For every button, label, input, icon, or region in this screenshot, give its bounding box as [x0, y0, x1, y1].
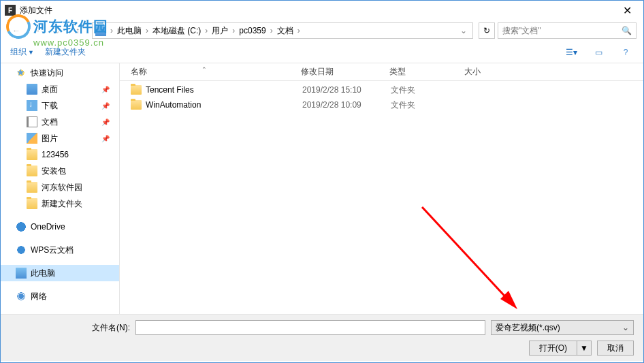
sidebar-label: 图片 [42, 133, 58, 144]
column-header-type[interactable]: 类型 [385, 63, 460, 80]
pin-icon: 📌 [101, 102, 110, 110]
onedrive-icon [16, 221, 27, 232]
address-bar[interactable]: › 此电脑 › 本地磁盘 (C:) › 用户 › pc0359 › 文档 › ⌄ [92, 22, 473, 39]
sidebar-label: WPS云文档 [31, 244, 74, 256]
chevron-down-icon: ▼ [28, 49, 34, 56]
sidebar-label: 文档 [42, 116, 58, 128]
file-row[interactable]: Tencent Files 2019/2/28 15:10 文件夹 [120, 82, 643, 97]
breadcrumb-item[interactable]: 文档 [274, 25, 296, 37]
sidebar-item-folder[interactable]: 安装包 [1, 163, 119, 179]
dialog-body: 快速访问 桌面📌 下载📌 文档📌 图片📌 123456 安装包 河东软件园 新建… [1, 63, 643, 314]
column-header-size[interactable]: 大小 [460, 63, 515, 80]
toolbar: 组织 ▼ 新建文件夹 ☰▾ ▭ ? [1, 42, 643, 63]
sidebar-label: 此电脑 [31, 268, 55, 279]
chevron-right-icon[interactable]: › [296, 26, 302, 35]
sidebar-label: 新建文件夹 [42, 198, 82, 210]
pc-icon [16, 268, 27, 279]
sidebar-label: 安装包 [42, 165, 66, 177]
sidebar-item-documents[interactable]: 文档📌 [1, 114, 119, 130]
filename-input[interactable] [135, 320, 485, 335]
star-icon [16, 67, 27, 78]
chevron-right-icon[interactable]: › [231, 26, 236, 35]
sidebar-item-onedrive[interactable]: OneDrive [1, 219, 119, 235]
nav-bar: ← → ⌄ ↑ › 此电脑 › 本地磁盘 (C:) › 用户 › pc0359 … [1, 20, 643, 42]
file-list[interactable]: Tencent Files 2019/2/28 15:10 文件夹 WinAut… [120, 81, 643, 314]
sidebar-item-folder[interactable]: 河东软件园 [1, 179, 119, 195]
file-name: Tencent Files [146, 85, 302, 95]
search-box[interactable]: 🔍 [498, 22, 637, 39]
sort-indicator-icon: ⌃ [202, 66, 207, 73]
file-name: WinAutomation [146, 100, 302, 110]
breadcrumb-item[interactable]: 此电脑 [114, 25, 144, 37]
app-icon: F [5, 5, 16, 16]
sidebar-item-pictures[interactable]: 图片📌 [1, 130, 119, 146]
sidebar-item-folder[interactable]: 新建文件夹 [1, 195, 119, 212]
cancel-button[interactable]: 取消 [597, 341, 634, 356]
refresh-button[interactable]: ↻ [479, 22, 495, 39]
sidebar-item-this-pc[interactable]: 此电脑 [1, 265, 119, 281]
organize-menu[interactable]: 组织 ▼ [10, 46, 34, 58]
document-icon [27, 116, 37, 127]
pin-icon: 📌 [101, 135, 110, 142]
chevron-right-icon[interactable]: › [269, 26, 274, 35]
preview-pane-button[interactable]: ▭ [590, 46, 607, 59]
open-button-group: 打开(O) ▼ [529, 341, 592, 356]
sidebar-item-downloads[interactable]: 下载📌 [1, 97, 119, 114]
file-type: 文件夹 [391, 84, 466, 96]
desktop-icon [27, 84, 37, 95]
up-button[interactable]: ↑ [69, 22, 86, 40]
file-type-filter[interactable]: 爱奇艺视频(*.qsv) [491, 320, 634, 335]
column-header-name[interactable]: 名称⌃ [127, 63, 297, 80]
wps-icon [16, 244, 27, 255]
sidebar-item-wps[interactable]: WPS云文档 [1, 242, 119, 258]
breadcrumb-item[interactable]: pc0359 [236, 26, 268, 35]
breadcrumb-item[interactable]: 本地磁盘 (C:) [150, 25, 204, 37]
close-button[interactable]: ✕ [613, 2, 641, 18]
pin-icon: 📌 [101, 86, 110, 93]
sidebar-item-network[interactable]: 网络 [1, 288, 119, 304]
navigation-pane: 快速访问 桌面📌 下载📌 文档📌 图片📌 123456 安装包 河东软件园 新建… [1, 63, 120, 314]
sidebar-item-desktop[interactable]: 桌面📌 [1, 81, 119, 97]
file-view: 名称⌃ 修改日期 类型 大小 Tencent Files 2019/2/28 1… [120, 63, 643, 314]
folder-icon [131, 85, 142, 95]
sidebar-label: 桌面 [42, 84, 58, 95]
sidebar-label: OneDrive [31, 222, 65, 232]
chevron-right-icon[interactable]: › [109, 26, 114, 35]
folder-icon [131, 100, 142, 110]
folder-icon [27, 198, 37, 209]
back-button[interactable]: ← [7, 22, 25, 40]
folder-icon [27, 149, 37, 160]
folder-icon [27, 165, 37, 176]
chevron-right-icon[interactable]: › [144, 26, 150, 35]
file-row[interactable]: WinAutomation 2019/2/28 10:09 文件夹 [120, 97, 643, 112]
download-icon [27, 100, 37, 111]
forward-button[interactable]: → [28, 22, 46, 40]
dialog-footer: 文件名(N): 爱奇艺视频(*.qsv) 打开(O) ▼ 取消 [1, 314, 643, 361]
sidebar-item-folder[interactable]: 123456 [1, 146, 119, 163]
window-title: 添加文件 [20, 5, 613, 16]
file-date: 2019/2/28 15:10 [302, 85, 391, 95]
search-icon[interactable]: 🔍 [622, 26, 632, 35]
recent-dropdown[interactable]: ⌄ [48, 22, 66, 40]
location-icon [95, 25, 106, 36]
open-dropdown-button[interactable]: ▼ [577, 341, 592, 356]
sidebar-label: 河东软件园 [42, 182, 82, 193]
column-header-date[interactable]: 修改日期 [297, 63, 385, 80]
search-input[interactable] [502, 26, 622, 35]
breadcrumb-item[interactable]: 用户 [209, 25, 231, 37]
view-options-button[interactable]: ☰▾ [563, 46, 579, 59]
sidebar-item-quick-access[interactable]: 快速访问 [1, 65, 119, 81]
filename-label: 文件名(N): [92, 322, 130, 334]
sidebar-label: 快速访问 [31, 67, 63, 79]
chevron-down-icon[interactable]: ⌄ [460, 26, 467, 35]
network-icon [16, 291, 27, 302]
help-button[interactable]: ? [617, 46, 634, 59]
folder-icon [27, 182, 37, 193]
column-headers: 名称⌃ 修改日期 类型 大小 [120, 63, 643, 81]
open-button[interactable]: 打开(O) [529, 341, 577, 356]
file-date: 2019/2/28 10:09 [302, 100, 391, 110]
chevron-right-icon[interactable]: › [204, 26, 209, 35]
sidebar-label: 下载 [42, 100, 58, 112]
sidebar-label: 网络 [31, 291, 47, 302]
new-folder-button[interactable]: 新建文件夹 [45, 46, 86, 58]
